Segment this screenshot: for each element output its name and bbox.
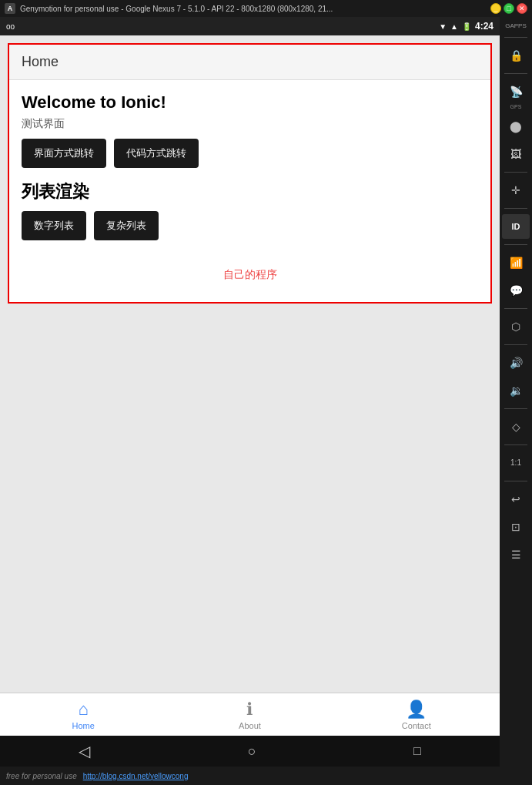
main-content: Home Welcome to Ionic! 测试界面 界面方式跳转 代码方式跳… xyxy=(0,35,500,693)
status-left: oo xyxy=(6,22,15,31)
signal-status-icon: ▲ xyxy=(450,22,458,31)
wifi-status-icon: ▼ xyxy=(439,22,447,31)
recent-nav-button[interactable]: ☰ xyxy=(502,542,530,567)
panel-body: Welcome to Ionic! 测试界面 界面方式跳转 代码方式跳转 列表渲… xyxy=(9,80,490,302)
own-program-link[interactable]: 自己的程序 xyxy=(22,253,478,290)
id-button[interactable]: ID xyxy=(502,214,530,239)
bottom-link[interactable]: http://blog.csdn.net/yellowcong xyxy=(83,772,189,780)
bottom-bar: free for personal use http://blog.csdn.n… xyxy=(0,767,500,785)
home-nav-button[interactable]: ⊡ xyxy=(502,515,530,539)
nav-back-button[interactable]: ◁ xyxy=(79,742,90,760)
gps-label: GPS xyxy=(510,104,522,109)
window-controls[interactable]: _ □ ✕ xyxy=(490,3,527,14)
android-nav-bar: ◁ ○ □ xyxy=(0,736,500,767)
number-list-button[interactable]: 数字列表 xyxy=(22,211,86,240)
nav-home-button[interactable]: ○ xyxy=(248,743,256,760)
home-header: Home xyxy=(9,45,490,80)
android-content: Home Welcome to Ionic! 测试界面 界面方式跳转 代码方式跳… xyxy=(0,35,500,785)
emulator-screen: oo ▼ ▲ 🔋 4:24 Home xyxy=(0,17,500,785)
camera-button[interactable]: ⬤ xyxy=(502,114,530,139)
home-header-title: Home xyxy=(22,54,59,69)
home-tab-icon: ⌂ xyxy=(79,699,89,720)
title-bar: A Genymotion for personal use - Google N… xyxy=(0,0,532,17)
bottom-free-text: free for personal use xyxy=(6,772,77,780)
about-tab-label: About xyxy=(239,721,261,730)
toolbar-divider-9 xyxy=(504,444,527,445)
status-right: ▼ ▲ 🔋 4:24 xyxy=(439,21,494,32)
minimize-button[interactable]: _ xyxy=(490,3,501,14)
toolbar-divider-1 xyxy=(504,37,527,38)
home-tab-label: Home xyxy=(72,721,94,730)
lock-button[interactable]: 🔒 xyxy=(502,43,530,68)
scale-button[interactable]: 1:1 xyxy=(502,451,530,475)
tab-about[interactable]: ℹ About xyxy=(166,693,333,736)
android-status-bar: oo ▼ ▲ 🔋 4:24 xyxy=(0,17,500,35)
complex-list-button[interactable]: 复杂列表 xyxy=(94,211,159,240)
toolbar-divider-7 xyxy=(504,344,527,345)
list-btn-row: 数字列表 复杂列表 xyxy=(22,211,478,240)
status-time: 4:24 xyxy=(475,21,494,32)
toolbar-divider-2 xyxy=(504,73,527,74)
toolbar-divider-3 xyxy=(504,172,527,173)
back-nav-button[interactable]: ↩ xyxy=(502,487,530,512)
toolbar-divider-4 xyxy=(504,208,527,209)
app-icon: A xyxy=(5,3,15,14)
wifi-button[interactable]: 📶 xyxy=(502,250,530,275)
close-button[interactable]: ✕ xyxy=(517,3,527,14)
welcome-title: Welcome to Ionic! xyxy=(22,92,478,112)
contact-tab-label: Contact xyxy=(402,721,431,730)
contact-tab-icon: 👤 xyxy=(406,699,427,720)
gapps-label: GAPPS xyxy=(505,22,527,32)
erase-button[interactable]: ◇ xyxy=(502,414,530,439)
code-jump-button[interactable]: 代码方式跳转 xyxy=(114,139,199,168)
app-area: Home Welcome to Ionic! 测试界面 界面方式跳转 代码方式跳… xyxy=(0,35,500,785)
tab-contact[interactable]: 👤 Contact xyxy=(333,693,500,736)
test-label: 测试界面 xyxy=(22,117,478,131)
right-toolbar: GAPPS 🔒 📡 GPS ⬤ 🖼 ✛ ID 📶 💬 ⬡ 🔊 🔉 ◇ 1:1 ↩… xyxy=(500,17,532,785)
gps-button[interactable]: 📡 xyxy=(502,79,530,104)
toolbar-divider-10 xyxy=(504,481,527,481)
tab-bar: ⌂ Home ℹ About 👤 Contact xyxy=(0,693,500,736)
tab-home[interactable]: ⌂ Home xyxy=(0,693,166,736)
maximize-button[interactable]: □ xyxy=(504,3,514,14)
move-button[interactable]: ✛ xyxy=(502,178,530,203)
toolbar-divider-8 xyxy=(504,408,527,409)
title-bar-left: A Genymotion for personal use - Google N… xyxy=(5,3,333,14)
chat-button[interactable]: 💬 xyxy=(502,278,530,303)
red-panel: Home Welcome to Ionic! 测试界面 界面方式跳转 代码方式跳… xyxy=(8,43,492,304)
toolbar-divider-6 xyxy=(504,308,527,309)
share-button[interactable]: ⬡ xyxy=(502,314,530,339)
status-app-icon: oo xyxy=(6,22,15,31)
toolbar-divider-5 xyxy=(504,244,527,245)
battery-status-icon: 🔋 xyxy=(462,22,471,31)
image-button[interactable]: 🖼 xyxy=(502,142,530,166)
list-section-title: 列表渲染 xyxy=(22,180,478,203)
jump-btn-row: 界面方式跳转 代码方式跳转 xyxy=(22,139,478,168)
emulator-wrapper: oo ▼ ▲ 🔋 4:24 Home xyxy=(0,17,532,785)
vol-down-button[interactable]: 🔉 xyxy=(502,378,530,403)
vol-up-button[interactable]: 🔊 xyxy=(502,351,530,375)
window-title: Genymotion for personal use - Google Nex… xyxy=(20,5,333,13)
ui-jump-button[interactable]: 界面方式跳转 xyxy=(22,139,106,168)
nav-recent-button[interactable]: □ xyxy=(413,744,421,758)
about-tab-icon: ℹ xyxy=(246,699,253,720)
